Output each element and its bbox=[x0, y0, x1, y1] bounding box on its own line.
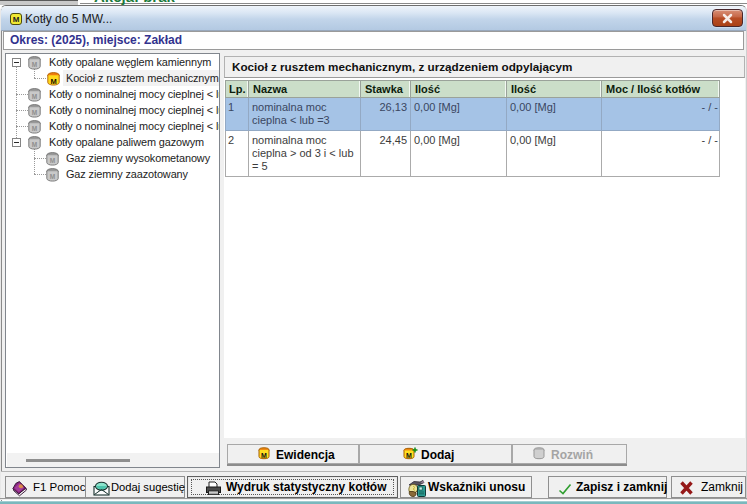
svg-text:M: M bbox=[261, 452, 267, 459]
svg-text:M: M bbox=[32, 109, 37, 116]
svg-text:M: M bbox=[50, 157, 55, 164]
svg-text:M: M bbox=[32, 93, 37, 100]
svg-text:M: M bbox=[32, 61, 37, 68]
svg-text:M: M bbox=[50, 77, 56, 86]
svg-text:M: M bbox=[32, 125, 37, 132]
svg-text:M: M bbox=[50, 173, 55, 180]
svg-text:M: M bbox=[32, 141, 37, 148]
svg-text:M: M bbox=[406, 452, 412, 459]
svg-text:M: M bbox=[13, 15, 20, 24]
